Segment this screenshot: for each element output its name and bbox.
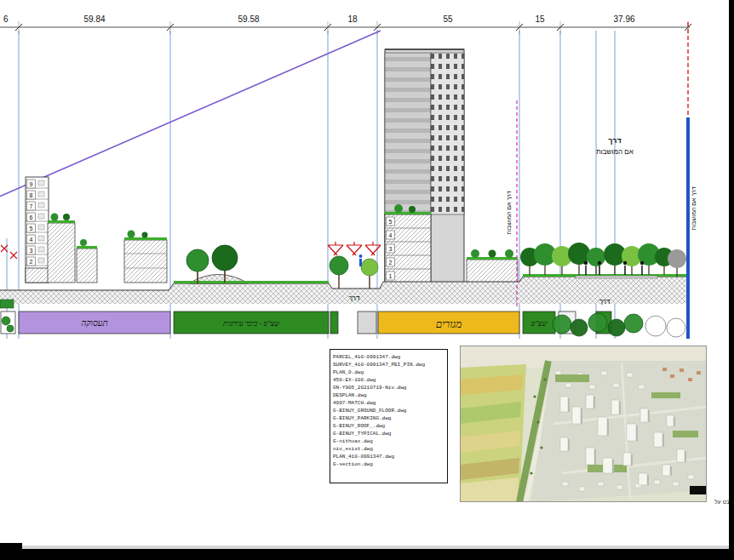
mid-floor-4: 4: [389, 232, 393, 238]
zone-label-open-space: שצ"פ: [530, 319, 548, 328]
road-label-right: דרך: [599, 298, 611, 306]
left-floor-6: 6: [30, 214, 33, 220]
xref-file: PLAN_0.dwg: [333, 369, 444, 376]
boundary-right-lines: [686, 22, 690, 339]
xref-file: G-nithuax.dwg: [333, 437, 444, 445]
window-edge-corner: [0, 543, 22, 560]
dim-label-4: 55: [443, 14, 453, 24]
left-floor-8: 8: [30, 192, 33, 198]
dim-label-2: 59.58: [238, 14, 259, 24]
left-floor-4: 4: [30, 237, 33, 243]
height-limit-line: [0, 31, 381, 200]
dim-label-5: 15: [535, 14, 545, 24]
xref-file-box: PARCEL_410-0991347.dwg SURVEY_410-099134…: [330, 349, 448, 483]
tower-low-wing: [467, 249, 518, 283]
aerial-render: הדמיה: [460, 346, 707, 502]
xref-file: niv_exist.dwg: [333, 445, 444, 453]
left-floor-9: 9: [30, 181, 33, 187]
dim-label-3: 18: [347, 14, 358, 24]
road-label-left: דרך: [349, 294, 360, 302]
drawing-sheet: 6 59.84 59.58 18 55 15 37.96 5: [0, 0, 734, 560]
road-name-vertical-left: דרך אם המושבות: [506, 191, 512, 234]
xref-file: G-section.dwg: [333, 460, 444, 468]
window-edge-bottom: [0, 549, 734, 560]
office-building: [124, 231, 167, 283]
road-name-vertical-right: דרך אם המושבות: [691, 186, 697, 230]
left-floor-5: 5: [30, 226, 33, 231]
xref-file: SURVEY_410-0991347_PEI_PIN.dwg: [333, 361, 444, 369]
zone-label-residential: מגורים: [436, 318, 462, 330]
zone-label-employment: תעסוקה: [81, 318, 107, 328]
dim-label-1: 59.84: [83, 14, 105, 24]
employment-tower: 9 8 7 6 5 4 3 2: [26, 177, 49, 283]
left-floor-3: 3: [30, 248, 33, 254]
mid-floor-2: 2: [389, 260, 393, 266]
left-floor-2: 2: [30, 259, 33, 265]
dim-label-0: 6: [3, 14, 9, 24]
market-canopies: [328, 242, 381, 255]
mid-building: 5 4 3 2 1: [385, 204, 431, 283]
mid-floor-5: 5: [389, 219, 393, 225]
render-tag: הדמיה: [693, 489, 705, 494]
xref-file: PLAN_410-0991347.dwg: [333, 453, 444, 460]
dimension-chain: 6 59.84 59.58 18 55 15 37.96: [0, 14, 691, 34]
xref-file: G-BINUY_TYPICAL.dwg: [333, 430, 444, 437]
xref-file: GN-Y905_20210719-Niv.dwg: [333, 384, 444, 391]
xref-file: PARCEL_410-0991347.dwg: [333, 353, 444, 361]
mid-floor-1: 1: [389, 273, 393, 279]
roadside-trees: [520, 243, 686, 277]
road-name-line2: אם המושבות: [596, 148, 634, 156]
street-trees: [330, 254, 378, 289]
xref-file: G-BINUY_ROOF_.dwg: [333, 422, 444, 430]
employment-annex: [48, 214, 97, 283]
window-edge-right: [729, 0, 734, 560]
section-drawing: 6 59.84 59.58 18 55 15 37.96 5: [0, 0, 734, 345]
road-name-line1: דרך: [608, 136, 621, 145]
xref-file: 4997-MATCH.dwg: [333, 399, 444, 407]
xref-file: G-BINUY_PARKING.dwg: [333, 414, 444, 422]
dim-label-6: 37.96: [613, 14, 634, 24]
mid-floor-3: 3: [389, 246, 393, 252]
xref-file: G-BINUY_GROUND_FLOOR.dwg: [333, 407, 444, 414]
zone-label-plaza: שצ"פ - כיכר עירונית: [222, 319, 280, 328]
xref-file: 450-EX-100.dwg: [333, 376, 444, 384]
xref-file: DESPLAN.dwg: [333, 391, 444, 399]
left-floor-7: 7: [30, 203, 33, 209]
